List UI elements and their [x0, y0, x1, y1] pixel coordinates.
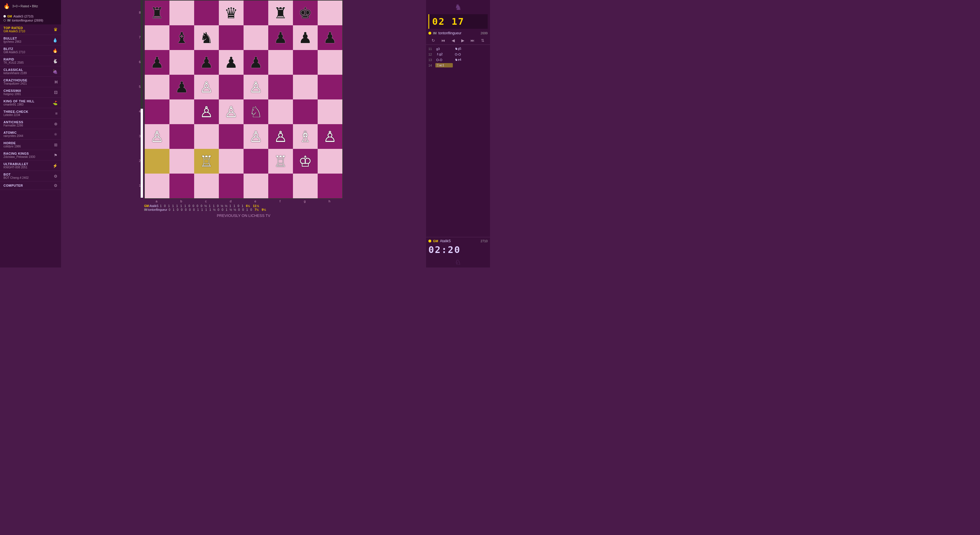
- move-white-11[interactable]: g3: [435, 47, 453, 51]
- piece-black-king-g8: ♚: [299, 6, 312, 21]
- square-a8[interactable]: ♜: [145, 1, 169, 25]
- square-g3[interactable]: ♗: [293, 124, 318, 149]
- sidebar-item-bot[interactable]: BOT BOT Cheng-4 2402 ⚙: [0, 171, 61, 182]
- square-g4[interactable]: [293, 99, 318, 124]
- square-c2[interactable]: ♖: [194, 149, 219, 174]
- nav-next[interactable]: ▶: [460, 38, 466, 43]
- sidebar-item-racingkings[interactable]: RACING KINGS Zdzislaw_Pelowski 1930 ⚑: [0, 150, 61, 161]
- move-white-14[interactable]: ♖ac1: [435, 63, 453, 67]
- square-h2[interactable]: [318, 149, 342, 174]
- move-black-13[interactable]: ♞e4: [454, 57, 471, 62]
- square-d5[interactable]: [219, 75, 243, 99]
- sidebar-item-rapid[interactable]: RAPID TK_KULE 2585 🐇: [0, 56, 61, 66]
- square-e7[interactable]: [243, 25, 268, 50]
- move-black-14[interactable]: [454, 65, 471, 66]
- sidebar-item-ultrabullet[interactable]: ULTRABULLET KNIGHT-008 2051 ⚡: [0, 161, 61, 171]
- sidebar-item-antichess[interactable]: ANTICHESS Farmable 2266 ⊕: [0, 119, 61, 129]
- square-f2[interactable]: ♖: [268, 149, 293, 174]
- square-g7[interactable]: ♟: [293, 25, 318, 50]
- rank-3: 3: [139, 124, 141, 148]
- square-e2[interactable]: [243, 149, 268, 174]
- sidebar-item-crazyhouse[interactable]: CRAZYHOUSE Tranquilizerr 2421 H: [0, 77, 61, 87]
- square-e1[interactable]: [243, 174, 268, 198]
- square-g5[interactable]: [293, 75, 318, 99]
- square-h8[interactable]: [318, 1, 342, 25]
- square-f5[interactable]: [268, 75, 293, 99]
- square-d2[interactable]: [219, 149, 243, 174]
- square-f1[interactable]: [268, 174, 293, 198]
- move-white-12[interactable]: ♗g2: [435, 52, 453, 56]
- square-b1[interactable]: [169, 174, 194, 198]
- square-b3[interactable]: [169, 124, 194, 149]
- square-c5[interactable]: ♙: [194, 75, 219, 99]
- square-f6[interactable]: [268, 50, 293, 75]
- square-a5[interactable]: [145, 75, 169, 99]
- square-h6[interactable]: [318, 50, 342, 75]
- square-d3[interactable]: [219, 124, 243, 149]
- square-g6[interactable]: [293, 50, 318, 75]
- sidebar-item-threecheck[interactable]: THREE-CHECK Leleilre 2234 ≡: [0, 108, 61, 119]
- square-f3[interactable]: ♙: [268, 124, 293, 149]
- square-a4[interactable]: [145, 99, 169, 124]
- square-c8[interactable]: [194, 1, 219, 25]
- square-a7[interactable]: [145, 25, 169, 50]
- square-d6[interactable]: ♟: [219, 50, 243, 75]
- move-black-11[interactable]: ♞g5: [454, 46, 471, 51]
- square-d8[interactable]: ♛: [219, 1, 243, 25]
- square-g2[interactable]: ♔: [293, 149, 318, 174]
- square-b5[interactable]: ♟: [169, 75, 194, 99]
- piece-black-pawn-c6: ♟: [200, 55, 213, 70]
- square-e5[interactable]: ♙: [243, 75, 268, 99]
- square-b6[interactable]: [169, 50, 194, 75]
- square-c1[interactable]: [194, 174, 219, 198]
- square-a3[interactable]: ♙: [145, 124, 169, 149]
- nav-prev[interactable]: ◀: [450, 38, 456, 43]
- square-d7[interactable]: [219, 25, 243, 50]
- square-b2[interactable]: [169, 149, 194, 174]
- sidebar-item-kingofhill[interactable]: KING OF THE HILL cmartin91 1983 ⛳: [0, 98, 61, 108]
- piece-white-pawn-d4: ♙: [224, 104, 238, 119]
- square-g8[interactable]: ♚: [293, 1, 318, 25]
- nav-refresh[interactable]: ↻: [430, 38, 436, 43]
- sidebar-item-blitz[interactable]: BLITZ GM AtalikS 2710 🔥: [0, 45, 61, 56]
- nav-last[interactable]: ⏭: [469, 38, 476, 43]
- sidebar-item-computer[interactable]: COMPUTER ⚙: [0, 182, 61, 190]
- square-a6[interactable]: ♟: [145, 50, 169, 75]
- square-b8[interactable]: [169, 1, 194, 25]
- square-f8[interactable]: ♜: [268, 1, 293, 25]
- sidebar-item-classical[interactable]: CLASSICAL ketanrkhaire 2189 🍇: [0, 66, 61, 77]
- square-f7[interactable]: ♟: [268, 25, 293, 50]
- fire-icon: 🔥: [3, 3, 10, 9]
- square-d4[interactable]: ♙: [219, 99, 243, 124]
- move-white-13[interactable]: O-O: [435, 58, 453, 62]
- chess-board[interactable]: ♜ ♛ ♜ ♚ ♝ ♞ ♟ ♟ ♟ ♟ ♟: [144, 0, 343, 199]
- square-f4[interactable]: [268, 99, 293, 124]
- square-a2[interactable]: [145, 149, 169, 174]
- square-e3[interactable]: ♙: [243, 124, 268, 149]
- square-h3[interactable]: ♙: [318, 124, 342, 149]
- sidebar-item-chess960[interactable]: CHESS960 hutgovy 1991 ⚄: [0, 87, 61, 98]
- sidebar-item-atomic[interactable]: ATOMIC rainynites 2044 ⚛: [0, 129, 61, 140]
- square-c6[interactable]: ♟: [194, 50, 219, 75]
- square-c3[interactable]: [194, 124, 219, 149]
- square-b7[interactable]: ♝: [169, 25, 194, 50]
- nav-flip[interactable]: ⇅: [480, 38, 486, 43]
- square-e4[interactable]: ♘: [243, 99, 268, 124]
- top-rated-item[interactable]: TOP RATED GM AtalikS 2710 ♛: [0, 24, 61, 35]
- move-black-12[interactable]: O-O: [454, 53, 471, 56]
- sidebar-item-horde[interactable]: HORDE colidyre 1986 ⊞: [0, 140, 61, 150]
- square-h4[interactable]: [318, 99, 342, 124]
- square-h7[interactable]: ♟: [318, 25, 342, 50]
- square-e6[interactable]: ♟: [243, 50, 268, 75]
- square-g1[interactable]: [293, 174, 318, 198]
- square-d1[interactable]: [219, 174, 243, 198]
- square-h1[interactable]: [318, 174, 342, 198]
- square-a1[interactable]: [145, 174, 169, 198]
- nav-first[interactable]: ⏮: [440, 38, 446, 43]
- sidebar-item-bullet[interactable]: BULLET tjychess 2963 💧: [0, 35, 61, 45]
- square-b4[interactable]: [169, 99, 194, 124]
- square-c7[interactable]: ♞: [194, 25, 219, 50]
- square-h5[interactable]: [318, 75, 342, 99]
- square-e8[interactable]: [243, 1, 268, 25]
- square-c4[interactable]: ♙: [194, 99, 219, 124]
